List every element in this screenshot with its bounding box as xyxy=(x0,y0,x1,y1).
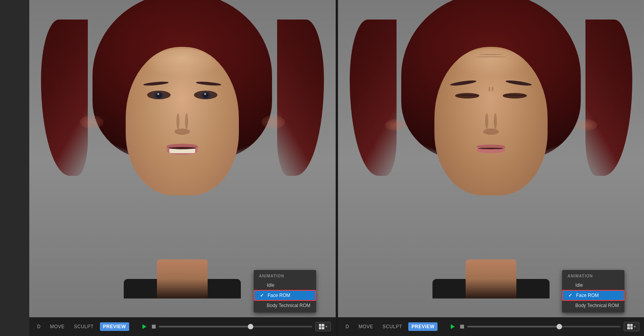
animation-body-rom-left[interactable]: Body Technical ROM xyxy=(254,301,316,310)
viewport-left: ANIMATION Idle ✓ Face ROM Body Technical… xyxy=(29,0,336,336)
timeline-knob-left[interactable] xyxy=(248,324,253,329)
animation-panel-header-right: ANIMATION xyxy=(562,272,624,281)
toolbar-d-left[interactable]: D xyxy=(34,322,44,331)
stop-button-right[interactable] xyxy=(460,325,464,329)
side-panel xyxy=(0,0,29,336)
animation-body-rom-right[interactable]: Body Technical ROM xyxy=(562,301,624,310)
idle-check-right xyxy=(568,282,573,288)
timeline-progress-right xyxy=(467,326,559,327)
play-icon-left xyxy=(142,324,146,329)
body-rom-check-left xyxy=(259,303,265,308)
toolbar-preview-left[interactable]: PREVIEW xyxy=(100,322,129,331)
viewport-right: ANIMATION Idle ✓ Face ROM Body Technical… xyxy=(338,0,644,336)
face-rom-check-right: ✓ xyxy=(568,293,574,298)
idle-check-left xyxy=(259,282,265,288)
toolbar-right: D MOVE SCULPT PREVIEW xyxy=(338,317,644,336)
chevron-down-left: ▾ xyxy=(326,325,327,329)
play-button-right[interactable] xyxy=(448,322,457,331)
play-button-left[interactable] xyxy=(140,322,149,331)
toolbar-sculpt-right[interactable]: SCULPT xyxy=(379,322,405,331)
toolbar-sculpt-left[interactable]: SCULPT xyxy=(71,322,97,331)
stop-button-left[interactable] xyxy=(152,325,156,329)
toolbar-move-left[interactable]: MOVE xyxy=(47,322,68,331)
viewport-container: ANIMATION Idle ✓ Face ROM Body Technical… xyxy=(29,0,644,336)
animation-face-rom-left[interactable]: ✓ Face ROM xyxy=(254,290,316,301)
grid-icon-right xyxy=(627,324,633,329)
toolbar-move-right[interactable]: MOVE xyxy=(356,322,376,331)
timeline-left[interactable] xyxy=(159,326,312,327)
toolbar-left: D MOVE SCULPT PREVIEW xyxy=(29,317,336,336)
timeline-knob-right[interactable] xyxy=(557,324,562,329)
toolbar-preview-right[interactable]: PREVIEW xyxy=(408,322,438,331)
animation-panel-header-left: ANIMATION xyxy=(254,272,316,281)
body-rom-check-right xyxy=(568,303,573,308)
chevron-down-right: ▾ xyxy=(634,325,636,329)
animation-idle-right[interactable]: Idle xyxy=(562,281,624,290)
animation-idle-left[interactable]: Idle xyxy=(254,281,316,290)
timeline-right[interactable] xyxy=(467,326,621,327)
timeline-progress-left xyxy=(159,326,251,327)
play-icon-right xyxy=(451,324,455,329)
grid-icon-left xyxy=(319,324,324,329)
view-button-left[interactable]: ▾ xyxy=(315,322,331,331)
toolbar-d-right[interactable]: D xyxy=(343,322,352,331)
view-button-right[interactable]: ▾ xyxy=(624,322,639,331)
animation-panel-right: ANIMATION Idle ✓ Face ROM Body Technical… xyxy=(562,270,624,313)
face-rom-check-left: ✓ xyxy=(260,293,265,298)
animation-face-rom-right[interactable]: ✓ Face ROM xyxy=(562,290,624,301)
animation-panel-left: ANIMATION Idle ✓ Face ROM Body Technical… xyxy=(254,270,316,313)
